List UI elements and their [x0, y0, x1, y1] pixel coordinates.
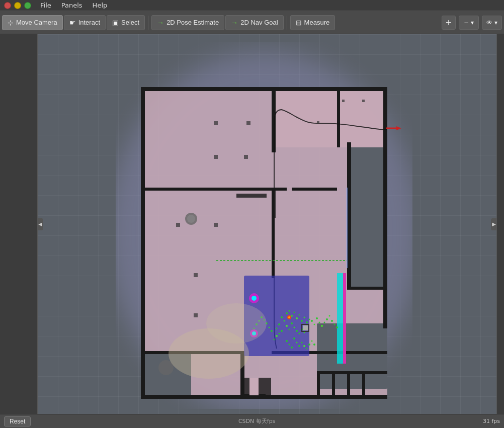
svg-rect-27: [317, 371, 387, 374]
svg-point-69: [314, 324, 315, 325]
status-info: CSDN 每天fps: [238, 417, 275, 425]
svg-rect-28: [317, 395, 387, 399]
nav-goal-button[interactable]: → 2D Nav Goal: [225, 15, 283, 30]
measure-icon: ⊟: [296, 19, 302, 27]
svg-point-70: [316, 317, 318, 319]
svg-rect-12: [384, 87, 387, 91]
minimize-button[interactable]: [14, 2, 21, 9]
svg-rect-99: [214, 121, 218, 125]
navgoal-label: 2D Nav Goal: [240, 19, 278, 26]
statusbar: Reset CSDN 每天fps 31 fps: [0, 414, 504, 428]
svg-point-51: [294, 327, 295, 328]
right-panel: ▶: [496, 34, 504, 414]
svg-rect-112: [236, 194, 267, 198]
svg-rect-8: [383, 87, 387, 328]
reset-button[interactable]: Reset: [4, 416, 31, 426]
svg-rect-108: [342, 100, 345, 102]
svg-point-41: [304, 317, 305, 318]
svg-point-78: [336, 326, 338, 328]
svg-point-38: [296, 317, 298, 319]
svg-rect-18: [347, 287, 387, 290]
svg-point-76: [331, 320, 333, 322]
svg-point-72: [321, 325, 323, 327]
pose-estimate-button[interactable]: → 2D Pose Estimate: [151, 15, 224, 30]
svg-rect-3: [347, 147, 387, 288]
map-viewport[interactable]: [38, 34, 496, 414]
menu-bar: File Panels Help: [38, 1, 109, 10]
svg-rect-23: [317, 371, 320, 399]
pose-label: 2D Pose Estimate: [166, 19, 219, 26]
svg-rect-4: [317, 323, 387, 389]
menu-panels[interactable]: Panels: [59, 1, 85, 10]
svg-rect-10: [141, 391, 145, 399]
svg-point-60: [271, 330, 273, 332]
divider-2: [287, 16, 287, 30]
svg-point-87: [313, 344, 315, 346]
svg-point-44: [281, 316, 283, 318]
svg-point-75: [329, 315, 330, 317]
svg-rect-33: [343, 273, 346, 364]
svg-rect-16: [337, 87, 340, 147]
interact-label: Interact: [78, 19, 100, 26]
select-label: Select: [121, 19, 139, 26]
svg-rect-121: [259, 378, 271, 395]
svg-point-84: [306, 348, 308, 350]
svg-rect-113: [272, 188, 276, 218]
main-area: ◀: [0, 34, 504, 414]
svg-point-47: [276, 328, 278, 329]
svg-point-46: [278, 323, 280, 325]
left-panel: ◀: [0, 34, 38, 414]
svg-rect-13: [141, 188, 287, 191]
svg-rect-14: [292, 188, 337, 191]
svg-point-57: [279, 333, 280, 334]
svg-point-85: [308, 344, 310, 346]
svg-point-98: [288, 316, 290, 318]
move-camera-label: Move Camera: [16, 19, 57, 26]
floorplan: [116, 42, 412, 409]
svg-point-34: [286, 312, 288, 314]
menu-help[interactable]: Help: [91, 1, 110, 10]
svg-rect-103: [176, 223, 180, 227]
measure-button[interactable]: ⊟ Measure: [290, 15, 335, 30]
svg-point-116: [206, 303, 267, 344]
svg-rect-120: [249, 378, 259, 395]
svg-point-74: [326, 318, 328, 320]
svg-rect-107: [317, 121, 319, 124]
svg-point-48: [286, 325, 288, 327]
add-button[interactable]: +: [442, 16, 456, 30]
move-camera-button[interactable]: ⊹ Move Camera: [2, 15, 63, 30]
svg-point-73: [324, 322, 325, 323]
right-panel-toggle[interactable]: ▶: [491, 218, 497, 230]
pose-icon: →: [157, 19, 164, 27]
svg-rect-24: [332, 371, 335, 399]
left-panel-toggle[interactable]: ◀: [37, 218, 43, 230]
move-camera-icon: ⊹: [8, 19, 14, 27]
svg-point-79: [293, 337, 295, 339]
svg-point-86: [311, 340, 313, 342]
svg-point-89: [289, 344, 290, 346]
svg-point-88: [286, 340, 288, 342]
eye-dropdown[interactable]: 👁 ▾: [482, 16, 502, 30]
select-button[interactable]: ▣ Select: [107, 15, 145, 30]
svg-rect-101: [214, 155, 218, 159]
svg-point-45: [284, 320, 285, 322]
svg-rect-2: [272, 87, 387, 147]
svg-point-58: [276, 335, 278, 337]
menu-file[interactable]: File: [38, 1, 53, 10]
svg-point-56: [281, 330, 283, 332]
divider-1: [148, 16, 148, 30]
svg-rect-25: [347, 371, 350, 399]
navgoal-icon: →: [231, 19, 238, 27]
interact-button[interactable]: ☛ Interact: [64, 15, 106, 30]
svg-point-94: [251, 296, 257, 301]
svg-point-81: [298, 345, 300, 347]
close-button[interactable]: [4, 2, 11, 9]
minus-dropdown[interactable]: − ▾: [459, 16, 479, 30]
svg-point-42: [306, 321, 308, 323]
svg-rect-100: [246, 121, 250, 125]
toolbar: ⊹ Move Camera ☛ Interact ▣ Select → 2D P…: [0, 11, 504, 34]
svg-point-80: [296, 342, 298, 344]
svg-point-40: [301, 320, 303, 322]
maximize-button[interactable]: [24, 2, 31, 9]
svg-point-53: [299, 333, 300, 334]
